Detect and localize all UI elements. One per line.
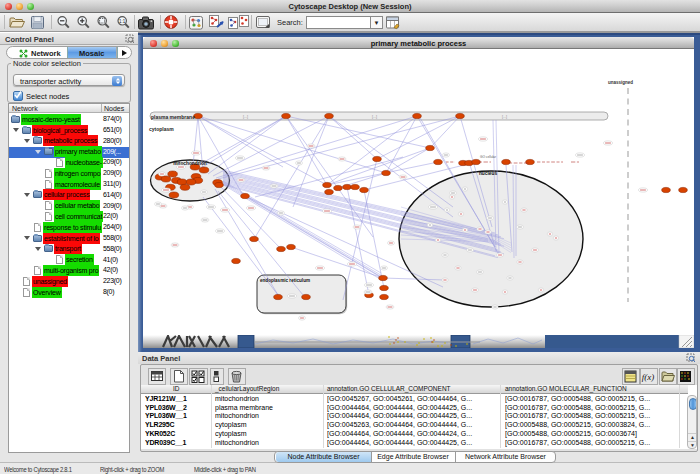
svg-text:plasma membrane: plasma membrane (151, 114, 195, 120)
svg-text:[...]: [...] (372, 115, 377, 119)
svg-text:f(x): f(x) (642, 372, 655, 382)
svg-text:mitochondrion: mitochondrion (173, 161, 207, 166)
svg-text:GO cellular: GO cellular (480, 155, 497, 159)
svg-text:cytoplasm: cytoplasm (149, 126, 174, 132)
svg-text:endoplasmic reticulum: endoplasmic reticulum (260, 278, 310, 283)
svg-text:[...]: [...] (502, 115, 507, 119)
svg-text:nucleus: nucleus (479, 171, 497, 176)
svg-text:[...]: [...] (243, 115, 248, 119)
svg-text:1:1: 1:1 (119, 19, 126, 24)
svg-text:unassigned: unassigned (608, 80, 633, 85)
